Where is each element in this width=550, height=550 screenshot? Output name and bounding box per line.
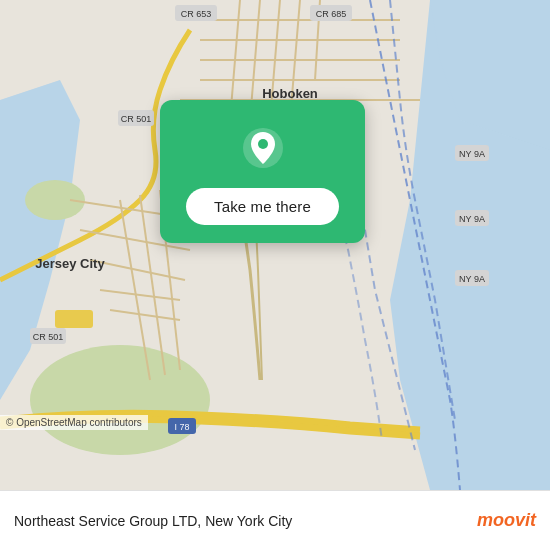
location-card: Take me there	[160, 100, 365, 243]
svg-text:CR 501: CR 501	[121, 114, 152, 124]
map-pin-icon	[237, 122, 289, 174]
svg-point-44	[258, 139, 268, 149]
svg-text:Jersey City: Jersey City	[35, 256, 105, 271]
svg-text:I 78: I 78	[174, 422, 189, 432]
moovit-logo: moovit	[477, 510, 536, 531]
copyright-notice: © OpenStreetMap contributors	[0, 415, 148, 430]
svg-text:Hoboken: Hoboken	[262, 86, 318, 101]
take-me-there-button[interactable]: Take me there	[186, 188, 339, 225]
svg-text:CR 685: CR 685	[316, 9, 347, 19]
svg-text:CR 653: CR 653	[181, 9, 212, 19]
location-name: Northeast Service Group LTD, New York Ci…	[14, 513, 292, 529]
svg-point-4	[30, 345, 210, 455]
svg-text:NY 9A: NY 9A	[459, 214, 485, 224]
svg-rect-6	[55, 310, 93, 328]
svg-text:NY 9A: NY 9A	[459, 149, 485, 159]
bottom-info-bar: Northeast Service Group LTD, New York Ci…	[0, 490, 550, 550]
moovit-brand-text: moovit	[477, 510, 536, 531]
svg-text:CR 501: CR 501	[33, 332, 64, 342]
svg-text:NY 9A: NY 9A	[459, 274, 485, 284]
map-view: CR 653 CR 685 CR 501 CR 501 NY 9A NY 9A …	[0, 0, 550, 490]
